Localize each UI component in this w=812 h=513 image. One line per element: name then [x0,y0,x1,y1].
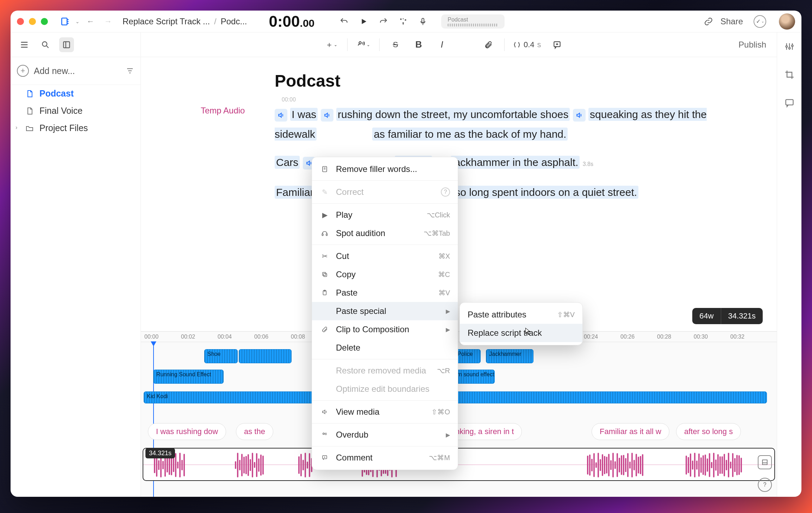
bold-button[interactable]: B [411,37,426,52]
search-icon[interactable] [38,37,53,52]
nav-forward[interactable]: → [101,15,115,28]
effects-button[interactable] [395,14,411,29]
script-chip[interactable]: Familiar as it all w [592,423,669,440]
svg-point-11 [788,47,790,49]
highlight-button[interactable] [458,37,473,52]
menu-delete[interactable]: Delete [312,339,458,357]
menu-cut[interactable]: ✂Cut⌘X [312,247,458,265]
svg-rect-0 [62,18,67,25]
composition-dropdown[interactable]: Podcast [441,14,505,29]
panel-toggle-icon[interactable] [59,37,74,52]
italic-button[interactable]: I [435,37,449,52]
menu-copy[interactable]: Copy⌘C [312,265,458,284]
text-span[interactable]: Cars [275,156,300,169]
minimize-window[interactable] [29,18,36,25]
hamburger-icon[interactable] [17,37,32,52]
context-menu[interactable]: Remove filler words... ✎Correct? ▶Play⌥C… [312,157,458,470]
submenu-paste-attributes[interactable]: Paste attributes⇧⌘V [460,305,582,324]
paragraph-1[interactable]: I was rushing down the street, my uncomf… [275,105,735,144]
gap-duration[interactable]: 0.4 s [513,40,541,49]
mic-button[interactable] [415,14,431,29]
expand-icon[interactable]: › [15,124,17,131]
link-icon[interactable] [701,14,716,29]
voice-button[interactable]: ⌄ [356,37,371,52]
status-check[interactable]: ✓⌄ [754,15,766,28]
text-span[interactable]: I was [290,108,318,121]
sidebar-toolbar [11,32,140,57]
app-menu-chevron[interactable]: ⌄ [75,19,80,24]
svg-point-21 [323,433,325,435]
menu-remove-filler[interactable]: Remove filler words... [312,160,458,178]
menu-comment[interactable]: Comment⌥⌘M [312,449,458,467]
menu-overdub[interactable]: Overdub▶ [312,426,458,444]
timeline-clip[interactable]: Police [454,349,481,363]
breadcrumb-project[interactable]: Replace Script Track ... [123,17,210,26]
play-button[interactable] [356,14,371,29]
sidebar-item-project-files[interactable]: Project Files [11,119,140,137]
audio-marker-icon[interactable] [275,109,287,122]
undo-button[interactable] [336,14,352,29]
submenu-paste-special[interactable]: Paste attributes⇧⌘V Replace script track [460,302,583,345]
shortcut: ⌥R [437,366,450,375]
doc-icon [25,89,35,99]
timeline-clip[interactable]: Jackhammer [486,349,533,363]
sidebar-item-label: Final Voice [39,106,82,116]
menu-clip-composition[interactable]: Clip to Composition▶ [312,320,458,339]
sidebar-item-final-voice[interactable]: Final Voice [11,102,140,119]
menu-play[interactable]: ▶Play⌥Click [312,206,458,224]
share-button[interactable]: Share [720,17,743,26]
text-span[interactable]: Familiar [275,186,315,199]
timeline-clip[interactable] [239,349,292,363]
filter-icon[interactable] [126,67,134,75]
page-title[interactable]: Podcast [275,71,735,91]
sliders-icon[interactable] [782,39,797,54]
attachment-button[interactable] [481,37,496,52]
add-new-button[interactable]: + Add new... [11,57,140,85]
breadcrumb-doc[interactable]: Podc... [221,17,247,26]
menu-label: Overdub [336,430,368,440]
menu-spot-audition[interactable]: Spot audition⌥⌘Tab [312,224,458,242]
timeline-clip[interactable]: Shoe [204,349,238,363]
svg-rect-18 [323,272,326,276]
sidebar-item-podcast[interactable]: Podcast [11,85,140,102]
publish-button[interactable]: Publish [738,40,766,50]
script-chip[interactable]: I was rushing dow [148,423,226,440]
menu-paste-special[interactable]: Paste special▶ [312,302,458,320]
comment-button[interactable] [550,37,564,52]
menu-label: Comment [336,453,373,463]
menu-paste[interactable]: Paste⌘V [312,284,458,302]
maximize-window[interactable] [41,18,48,25]
help-icon[interactable]: ? [758,478,772,492]
timeline-ruler[interactable]: 00:0000:0200:0400:0600:0800:1000:1200:14… [141,332,777,342]
strikethrough-button[interactable]: S [388,37,403,52]
app-logo[interactable] [59,16,71,27]
menu-label: Replace script track [468,328,542,338]
breadcrumb[interactable]: Replace Script Track ... / Podc... [123,17,247,26]
redo-button[interactable] [376,14,391,29]
script-chip[interactable]: as the [236,423,273,440]
timeline[interactable]: 00:0000:0200:0400:0600:0800:1000:1200:14… [141,331,777,497]
script-chip[interactable]: nking, a siren in t [447,423,522,440]
script-chip[interactable]: after so long s [676,423,741,440]
layout-icon[interactable] [758,455,772,469]
waveform-track[interactable]: 34.321s [143,448,775,481]
text-span[interactable]: rushing down the street, my uncomfortabl… [336,108,570,121]
insert-button[interactable]: ＋⌄ [324,37,339,52]
timeline-clip[interactable]: Running Sound Effect [153,370,224,384]
nav-back[interactable]: ← [84,15,97,28]
audio-marker-icon[interactable] [321,109,333,122]
timeline-tracks[interactable]: I was rushing dowas theUhnking, a siren … [141,342,777,497]
close-window[interactable] [17,18,24,25]
submenu-replace-script-track[interactable]: Replace script track [460,324,582,342]
text-span[interactable]: jackhammer in the asphalt. [451,156,580,169]
submenu-arrow-icon: ▶ [446,308,450,315]
ruler-tick: 00:00 [144,334,158,340]
ruler-tick: 00:28 [657,334,671,340]
user-avatar[interactable] [779,13,795,30]
text-span[interactable]: as familiar to me as the back of my hand… [372,128,568,141]
menu-view-media[interactable]: View media⇧⌘O [312,403,458,421]
chat-icon[interactable] [782,96,797,110]
crop-icon[interactable] [782,68,797,82]
audio-marker-icon[interactable] [573,109,586,122]
speaker-label[interactable]: Temp Audio [201,106,245,116]
